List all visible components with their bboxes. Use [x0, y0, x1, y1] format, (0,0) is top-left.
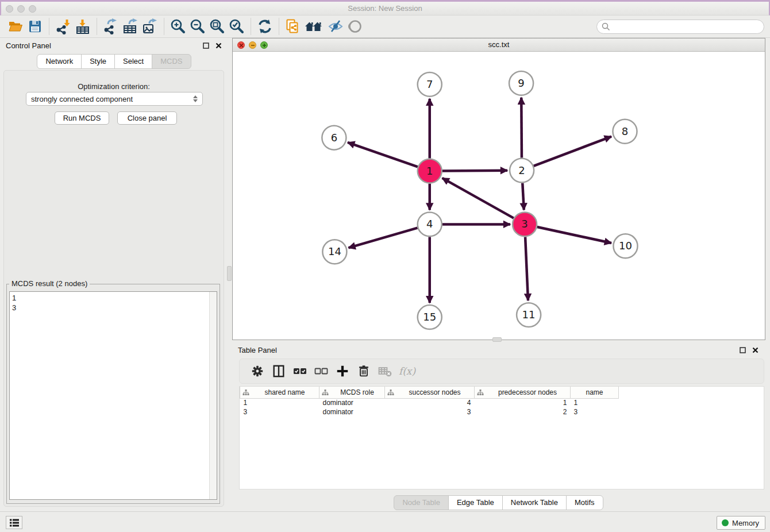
graph-edge-3-1[interactable] — [442, 178, 514, 218]
table-settings-icon[interactable] — [247, 363, 268, 380]
graph-edge-2-8[interactable] — [534, 137, 611, 166]
network-zoom-button[interactable] — [260, 41, 268, 49]
status-bar: Memory — [0, 511, 770, 532]
network-close-button[interactable] — [237, 41, 245, 49]
save-session-icon[interactable] — [25, 18, 45, 35]
table-cell[interactable]: 3 — [385, 407, 475, 417]
minimize-window-button[interactable] — [17, 5, 25, 13]
table-cell[interactable]: 3 — [240, 407, 319, 417]
column-header-name[interactable]: name — [571, 387, 619, 398]
tab-style[interactable]: Style — [81, 54, 115, 69]
hide-graphics-details-icon[interactable] — [326, 18, 345, 35]
network-canvas[interactable]: 7968124314101511 — [233, 52, 765, 340]
column-header-label: shared name — [253, 388, 317, 396]
column-header-shared-name[interactable]: shared name — [240, 387, 319, 398]
float-table-panel-icon[interactable] — [738, 345, 747, 354]
delete-row-icon[interactable] — [353, 363, 374, 380]
home-icon[interactable] — [303, 18, 326, 35]
zoom-fit-icon[interactable] — [207, 18, 227, 35]
zoom-window-button[interactable] — [29, 5, 36, 13]
table-row[interactable]: 1dominator411 — [240, 398, 619, 407]
graph-edge-3-10[interactable] — [537, 227, 611, 243]
control-panel-title: Control Panel — [6, 41, 198, 50]
tab-edge-table[interactable]: Edge Table — [448, 495, 503, 510]
column-header-label: name — [573, 388, 616, 396]
vertical-splitter-grip[interactable] — [227, 266, 232, 281]
apply-layout-icon[interactable] — [255, 18, 275, 35]
graph-node-label-7: 7 — [426, 78, 433, 90]
toolbar-separator — [164, 18, 164, 35]
graph-node-label-4: 4 — [426, 218, 433, 230]
function-builder-icon[interactable]: f(x) — [395, 363, 417, 380]
search-input[interactable] — [613, 22, 764, 31]
table-cell[interactable]: dominator — [319, 398, 385, 407]
column-header-label: successor nodes — [398, 388, 472, 396]
graph-node-label-3: 3 — [521, 218, 528, 230]
table-toolbar: f(x) — [239, 358, 764, 384]
search-area — [596, 20, 764, 34]
show-columns-icon[interactable] — [268, 363, 289, 380]
close-window-button[interactable] — [6, 5, 13, 13]
run-mcds-button[interactable]: Run MCDS — [55, 111, 109, 125]
table-cell[interactable]: 2 — [475, 407, 571, 417]
task-list-icon — [9, 518, 20, 527]
horizontal-splitter-grip[interactable] — [492, 337, 502, 342]
graph-edge-4-14[interactable] — [348, 228, 417, 248]
table-cell[interactable]: 1 — [571, 398, 619, 407]
network-minimize-button[interactable] — [249, 41, 256, 49]
result-scrollbar[interactable] — [209, 292, 217, 499]
table-cell[interactable]: 3 — [571, 407, 619, 417]
zoom-selected-icon[interactable] — [227, 18, 247, 35]
graph-edge-1-2[interactable] — [442, 171, 507, 171]
table-cell[interactable]: 1 — [475, 398, 571, 407]
table-cell[interactable]: dominator — [319, 407, 385, 417]
search-box[interactable] — [596, 20, 764, 34]
memory-button[interactable]: Memory — [717, 516, 765, 530]
export-image-icon[interactable] — [140, 18, 160, 35]
float-panel-icon[interactable] — [201, 41, 210, 50]
column-header-predecessor-nodes[interactable]: predecessor nodes — [475, 387, 571, 398]
mcds-result-text[interactable]: 1 3 — [9, 291, 217, 500]
close-panel-button[interactable]: Close panel — [117, 111, 177, 125]
table-row[interactable]: 3dominator323 — [240, 407, 619, 417]
toolbar-separator — [279, 18, 279, 35]
table-panel-title: Table Panel — [238, 346, 734, 354]
criterion-dropdown-value: strongly connected component — [31, 95, 193, 103]
table-cell[interactable]: 4 — [385, 398, 475, 407]
tree-hierarchy-icon — [242, 389, 249, 396]
network-from-file-icon[interactable] — [283, 18, 303, 35]
tab-select[interactable]: Select — [114, 54, 152, 69]
close-panel-icon[interactable] — [214, 41, 223, 50]
zoom-in-icon[interactable] — [168, 18, 188, 35]
criterion-dropdown[interactable]: strongly connected component — [26, 92, 203, 106]
tab-network[interactable]: Network — [37, 54, 82, 69]
zoom-out-icon[interactable] — [188, 18, 207, 35]
select-all-icon[interactable] — [289, 363, 310, 380]
tab-mcds[interactable]: MCDS — [152, 54, 191, 69]
column-header-successor-nodes[interactable]: successor nodes — [385, 387, 475, 398]
toolbar-separator — [97, 18, 97, 35]
network-window-titlebar: scc.txt — [233, 38, 765, 52]
tab-node-table[interactable]: Node Table — [394, 495, 449, 510]
delete-table-icon[interactable] — [374, 363, 395, 380]
network-window: scc.txt 7968124314101511 — [232, 38, 765, 340]
column-header-MCDS-role[interactable]: MCDS role — [319, 387, 385, 398]
open-session-icon[interactable] — [6, 18, 25, 35]
graph-edge-3-11[interactable] — [525, 237, 528, 300]
import-table-icon[interactable] — [73, 18, 93, 35]
graph-edge-2-3[interactable] — [522, 183, 524, 210]
graph-edge-2-9[interactable] — [521, 98, 522, 158]
main-area: Control Panel Network Style Select MCDS … — [0, 38, 770, 511]
graph-edge-1-6[interactable] — [348, 142, 418, 167]
export-network-icon[interactable] — [101, 18, 121, 35]
show-graphics-details-icon[interactable] — [345, 18, 365, 35]
close-table-panel-icon[interactable] — [750, 345, 760, 354]
tab-motifs[interactable]: Motifs — [566, 495, 603, 510]
tab-network-table[interactable]: Network Table — [502, 495, 567, 510]
task-history-button[interactable] — [6, 516, 22, 529]
add-row-icon[interactable] — [332, 363, 353, 380]
table-cell[interactable]: 1 — [240, 398, 319, 407]
deselect-all-icon[interactable] — [310, 363, 332, 380]
export-table-icon[interactable] — [121, 18, 140, 35]
import-network-icon[interactable] — [53, 18, 73, 35]
